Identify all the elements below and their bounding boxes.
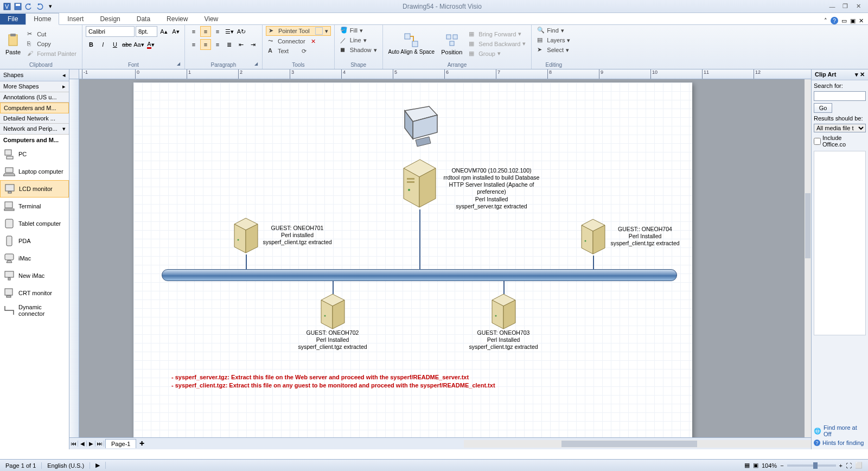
view-normal-icon[interactable]: ▦ [744, 462, 750, 469]
minimize-icon[interactable]: — [827, 2, 838, 11]
bring-forward-button[interactable]: ▦Bring Forward▾ [467, 30, 528, 39]
visio-icon[interactable]: V [2, 2, 12, 11]
guest-703-shape[interactable] [489, 293, 519, 331]
stencil-annotations[interactable]: Annotations (US u... [0, 92, 69, 103]
pointer-tool-button[interactable]: ➤Pointer Tool▾ [266, 26, 331, 36]
vscroll-thumb[interactable] [805, 193, 810, 258]
shape-dynamic-connector[interactable]: Dynamic connector [0, 302, 69, 319]
align-middle-icon[interactable]: ≡ [200, 26, 211, 37]
full-screen-icon[interactable]: ⬜ [855, 462, 863, 469]
shapes-collapse-icon[interactable]: ◂ [62, 72, 66, 79]
fit-page-icon[interactable]: ⛶ [846, 462, 852, 469]
strike-icon[interactable]: abc [122, 39, 132, 50]
orientation-icon[interactable]: A↻ [236, 26, 247, 37]
tab-data[interactable]: Data [129, 13, 158, 24]
align-left-icon[interactable]: ≡ [188, 39, 199, 50]
auto-align-button[interactable]: Auto Align & Space [386, 31, 437, 56]
shrink-font-icon[interactable]: A▾ [170, 26, 181, 37]
drawing-page[interactable]: ONEOVM700 (10.250.102.100) rrdtool rpm i… [133, 82, 692, 437]
server-shape[interactable] [399, 158, 440, 210]
italic-icon[interactable]: I [98, 39, 108, 50]
include-office-check[interactable]: Include Office.co [814, 135, 866, 148]
guest-704-label[interactable]: GUEST:: ONEOH704 Perl Installed sysperf_… [610, 226, 680, 247]
restore-icon[interactable]: ❐ [840, 2, 851, 11]
guest-701-shape[interactable] [231, 217, 261, 255]
help-icon[interactable]: ? [831, 17, 838, 24]
paste-button[interactable]: Paste [3, 31, 23, 56]
shape-laptop[interactable]: Laptop computer [0, 163, 69, 180]
align-right-icon[interactable]: ≡ [212, 39, 223, 50]
zoom-slider[interactable] [787, 464, 836, 467]
copy-button[interactable]: ⎘Copy [25, 40, 79, 48]
go-button[interactable]: Go [814, 103, 832, 113]
clipart-dropdown-icon[interactable]: ▾ [855, 71, 858, 78]
zoom-in-icon[interactable]: + [839, 462, 843, 469]
guest-702-label[interactable]: GUEST: ONEOH702 Perl Installed sysperf_c… [297, 329, 368, 351]
shape-tablet[interactable]: Tablet computer [0, 215, 69, 232]
group-button[interactable]: ▦Group▾ [467, 49, 528, 58]
tab-insert[interactable]: Insert [59, 13, 92, 24]
send-backward-button[interactable]: ▦Send Backward▾ [467, 40, 528, 48]
clipart-close-icon[interactable]: ✕ [860, 71, 865, 78]
bullets-icon[interactable]: ☰▾ [224, 26, 235, 37]
stencil-network-perip[interactable]: Network and Perip...▾ [0, 124, 69, 135]
align-top-icon[interactable]: ≡ [188, 26, 199, 37]
shape-crt-monitor[interactable]: CRT monitor [0, 284, 69, 302]
stencil-computers[interactable]: Computers and M... [0, 103, 69, 113]
inc-indent-icon[interactable]: ⇥ [248, 39, 259, 50]
case-icon[interactable]: Aa▾ [133, 39, 144, 50]
ribbon-up-icon[interactable]: ˄ [824, 17, 827, 24]
zoom-out-icon[interactable]: − [780, 462, 783, 469]
shadow-button[interactable]: ◼Shadow▾ [338, 46, 379, 54]
cut-button[interactable]: ✂Cut [25, 30, 79, 39]
conn-server[interactable] [419, 209, 420, 270]
zoom-knob[interactable] [813, 462, 818, 469]
grow-font-icon[interactable]: A▴ [158, 26, 169, 37]
page-last-icon[interactable]: ⏭ [95, 441, 104, 447]
shape-pc[interactable]: PC [0, 145, 69, 163]
text-tool-button[interactable]: AText⟳ [266, 47, 309, 55]
vertical-scrollbar[interactable] [805, 79, 811, 437]
position-button[interactable]: Position [439, 31, 464, 56]
redo-icon[interactable] [35, 2, 44, 11]
align-center-icon[interactable]: ≡ [200, 39, 211, 50]
guest-701-label[interactable]: GUEST: ONEOH701 Perl installed sysperf_c… [262, 225, 333, 246]
instruction-text[interactable]: - sysperf_server.tgz: Extract this file … [171, 373, 495, 390]
select-button[interactable]: ➤Select▾ [535, 46, 571, 54]
shape-new-imac[interactable]: New iMac [0, 267, 69, 284]
guest-702-shape[interactable] [318, 293, 348, 331]
page-first-icon[interactable]: ⏮ [69, 441, 78, 447]
shape-lcd-monitor[interactable]: LCD monitor [0, 180, 69, 198]
tab-design[interactable]: Design [92, 13, 128, 24]
align-bottom-icon[interactable]: ≡ [212, 26, 223, 37]
close-icon[interactable]: ✕ [853, 2, 864, 11]
font-color-icon[interactable]: A▾ [145, 39, 156, 50]
conn-703[interactable] [503, 281, 505, 294]
page-next-icon[interactable]: ▶ [87, 441, 95, 447]
status-macro-icon[interactable]: ▶ [90, 462, 106, 469]
layers-button[interactable]: ▤Layers▾ [535, 36, 572, 44]
undo-icon[interactable] [24, 2, 34, 11]
underline-icon[interactable]: U [110, 39, 120, 50]
results-select[interactable]: All media file t [814, 124, 866, 132]
justify-icon[interactable]: ≣ [224, 39, 235, 50]
horizontal-scrollbar[interactable] [464, 440, 811, 448]
ribbon-close-icon[interactable]: ✕ [859, 17, 864, 24]
bold-icon[interactable]: B [86, 39, 97, 50]
para-launcher-icon[interactable]: ◢ [254, 61, 261, 68]
fill-button[interactable]: 🪣Fill▾ [338, 26, 365, 35]
tab-view[interactable]: View [196, 13, 226, 24]
clipart-search-input[interactable] [814, 91, 866, 101]
page-prev-icon[interactable]: ◀ [78, 441, 87, 447]
shape-imac[interactable]: iMac [0, 250, 69, 267]
dec-indent-icon[interactable]: ⇤ [236, 39, 247, 50]
tab-file[interactable]: File [0, 14, 25, 24]
shape-terminal[interactable]: Terminal [0, 198, 69, 215]
font-launcher-icon[interactable]: ◢ [177, 61, 183, 68]
save-icon[interactable] [13, 2, 23, 11]
guest-704-shape[interactable] [578, 218, 608, 256]
more-shapes-button[interactable]: More Shapes▸ [0, 81, 69, 92]
view-full-icon[interactable]: ▣ [753, 462, 758, 469]
connector-tool-button[interactable]: ⤳Connector✕ [266, 37, 318, 46]
monitor-shape[interactable] [399, 105, 443, 149]
